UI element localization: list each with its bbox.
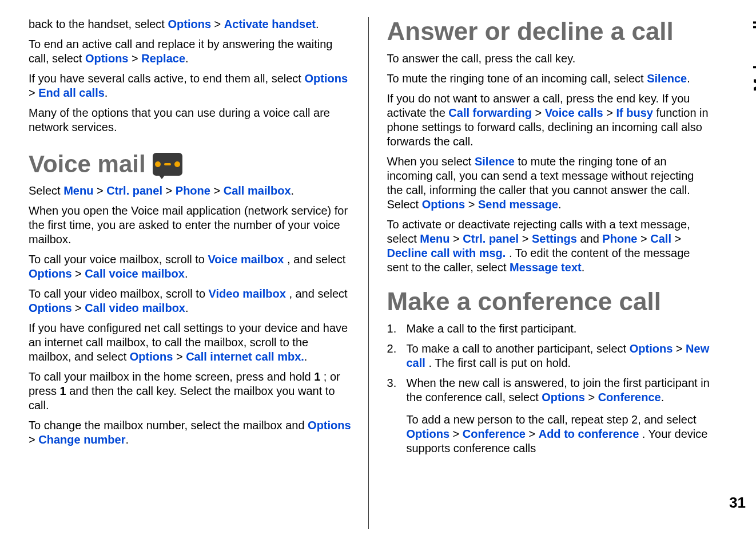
list-item: To make a call to another participant, s…	[387, 342, 711, 370]
key-1: 1	[314, 370, 320, 383]
paragraph: back to the handset, select Options > Ac…	[29, 17, 352, 31]
text: When you select	[387, 155, 475, 168]
voicemail-icon	[153, 153, 182, 176]
paragraph: When you open the Voice mail application…	[29, 204, 352, 247]
paragraph: To call your mailbox in the home screen,…	[29, 370, 352, 413]
heading-voice-mail: Voice mail	[29, 151, 352, 178]
text: If you have several calls active, to end…	[29, 72, 304, 85]
menu-path-conference: Conference	[463, 428, 526, 440]
paragraph: If you have several calls active, to end…	[29, 72, 352, 100]
menu-path-call-forwarding: Call forwarding	[448, 106, 532, 119]
menu-path-conference: Conference	[598, 391, 661, 403]
paragraph: To end an active call and replace it by …	[29, 37, 352, 66]
heading-conference-call: Make a conference call	[387, 287, 711, 316]
text: back to the handset, select	[29, 18, 168, 30]
left-column: back to the handset, select Options > Ac…	[29, 17, 369, 529]
separator: >	[676, 342, 686, 355]
menu-path-call: Call	[650, 232, 671, 245]
paragraph: To change the mailbox number, select the…	[29, 418, 352, 447]
text: To call your video mailbox, scroll to	[29, 287, 209, 300]
paragraph: Many of the options that you can use dur…	[29, 106, 352, 134]
text: To call your mailbox in the home screen,…	[29, 370, 314, 383]
heading-text: Voice mail	[29, 151, 146, 178]
text: and	[580, 232, 602, 245]
key-1: 1	[59, 385, 66, 397]
text: . The first call is put on hold.	[428, 357, 571, 369]
separator: >	[453, 232, 463, 245]
menu-path-options: Options	[630, 342, 673, 355]
menu-path-ctrl-panel: Ctrl. panel	[106, 184, 162, 197]
menu-path-ctrl-panel: Ctrl. panel	[463, 232, 519, 245]
menu-path-decline-call-msg: Decline call with msg.	[387, 247, 506, 259]
menu-path-call-internet-mbx: Call internet call mbx.	[186, 350, 304, 363]
separator: >	[213, 184, 223, 197]
separator: >	[675, 232, 682, 245]
separator: >	[535, 106, 544, 119]
menu-path-options: Options	[29, 302, 72, 314]
side-section-label: Make calls	[750, 11, 756, 92]
text: Select	[29, 184, 63, 197]
menu-path-options: Options	[168, 18, 212, 30]
menu-path-call-voice-mailbox: Call voice mailbox	[85, 267, 185, 280]
text: and then the call key. Select the mailbo…	[29, 385, 335, 412]
menu-path-voice-calls: Voice calls	[545, 106, 603, 119]
menu-path-options: Options	[130, 350, 173, 363]
conference-steps: Make a call to the first participant. To…	[387, 322, 711, 456]
menu-path-options: Options	[85, 52, 129, 65]
menu-path-send-message: Send message	[478, 198, 558, 211]
separator: >	[453, 428, 463, 440]
separator: >	[640, 232, 650, 245]
list-item: Make a call to the first participant.	[387, 322, 711, 336]
menu-path-phone: Phone	[176, 184, 210, 197]
paragraph: To call your voice mailbox, scroll to Vo…	[29, 252, 352, 281]
separator: >	[75, 302, 85, 314]
menu-path-video-mailbox: Video mailbox	[209, 287, 286, 300]
separator: >	[528, 428, 538, 440]
text: To add a new person to the call, repeat …	[407, 413, 697, 426]
paragraph: When you select Silence to mute the ring…	[387, 155, 711, 212]
menu-path-options: Options	[304, 72, 348, 85]
menu-path-options: Options	[542, 391, 585, 403]
text: To change the mailbox number, select the…	[29, 419, 308, 432]
sub-paragraph: To add a new person to the call, repeat …	[407, 413, 711, 456]
separator: >	[75, 267, 85, 280]
separator: >	[522, 232, 532, 245]
menu-path-options: Options	[407, 428, 450, 440]
menu-path-change-number: Change number	[38, 433, 125, 446]
menu-path-options: Options	[422, 198, 465, 211]
menu-path-silence: Silence	[647, 72, 687, 85]
menu-path-activate-handset: Activate handset	[224, 18, 316, 30]
paragraph: Select Menu > Ctrl. panel > Phone > Call…	[29, 184, 352, 198]
menu-path-call-video-mailbox: Call video mailbox	[85, 302, 185, 314]
text: , and select	[289, 287, 347, 300]
separator: >	[176, 350, 186, 363]
separator: >	[606, 106, 616, 119]
separator: >	[214, 18, 224, 30]
right-column: Answer or decline a call To answer the c…	[386, 17, 734, 529]
paragraph: If you do not want to answer a call, pre…	[387, 92, 711, 149]
menu-path-options: Options	[29, 267, 72, 280]
separator: >	[29, 86, 38, 99]
menu-path-menu: Menu	[420, 232, 449, 245]
paragraph: To call your video mailbox, scroll to Vi…	[29, 287, 352, 315]
paragraph: To activate or deactivate rejecting call…	[387, 217, 711, 275]
menu-path-call-mailbox: Call mailbox	[224, 184, 291, 197]
menu-path-phone: Phone	[602, 232, 637, 245]
paragraph: If you have configured net call settings…	[29, 321, 352, 364]
separator: >	[166, 184, 176, 197]
heading-answer-decline: Answer or decline a call	[387, 17, 711, 46]
menu-path-if-busy: If busy	[616, 106, 652, 119]
menu-path-voice-mailbox: Voice mailbox	[208, 253, 284, 266]
separator: >	[588, 391, 598, 403]
text: To call your voice mailbox, scroll to	[29, 253, 208, 266]
separator: >	[468, 198, 478, 211]
menu-path-settings: Settings	[532, 232, 577, 245]
menu-path-options: Options	[308, 419, 351, 432]
list-item: When the new call is answered, to join t…	[387, 376, 711, 456]
menu-path-menu: Menu	[63, 184, 93, 197]
menu-path-message-text: Message text	[510, 261, 582, 274]
paragraph: To mute the ringing tone of an incoming …	[387, 72, 711, 86]
menu-path-add-to-conference: Add to conference	[539, 428, 639, 440]
menu-path-silence: Silence	[475, 155, 515, 168]
menu-path-replace: Replace	[141, 52, 185, 65]
